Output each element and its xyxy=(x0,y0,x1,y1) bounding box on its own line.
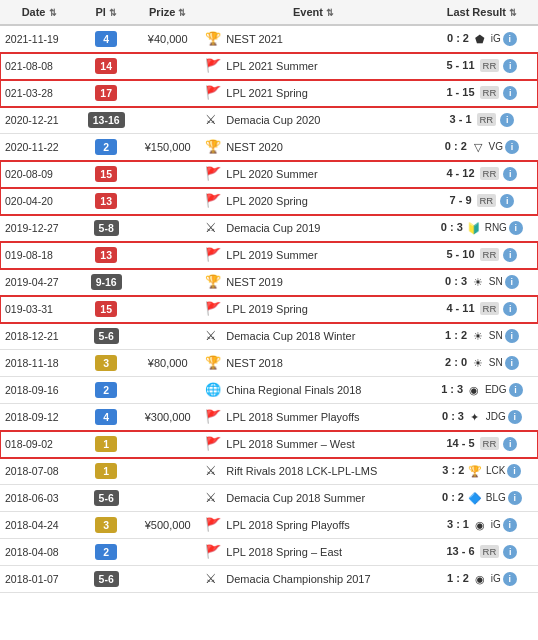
team-logo: 🔰 xyxy=(466,220,482,236)
event-name: Demacia Cup 2018 Summer xyxy=(226,492,365,504)
date-cell: 2018-12-21 xyxy=(0,323,78,350)
info-button[interactable]: i xyxy=(503,59,517,73)
place-cell: 4 xyxy=(78,404,134,431)
last-result-cell: 2 : 0☀ SNi xyxy=(426,350,538,377)
info-button[interactable]: i xyxy=(508,410,522,424)
event-cell: 🌐China Regional Finals 2018 xyxy=(201,377,425,404)
last-result-cell: 0 : 3🔰 RNGi xyxy=(426,215,538,242)
info-button[interactable]: i xyxy=(508,491,522,505)
info-button[interactable]: i xyxy=(505,140,519,154)
info-button[interactable]: i xyxy=(503,572,517,586)
event-name: Rift Rivals 2018 LCK-LPL-LMS xyxy=(226,465,377,477)
team-logo: ◉ xyxy=(472,517,488,533)
place-badge: 3 xyxy=(95,355,117,371)
rr-tag: RR xyxy=(480,167,500,180)
info-button[interactable]: i xyxy=(509,221,523,235)
place-cell: 2 xyxy=(78,539,134,566)
col-event[interactable]: Event ⇅ xyxy=(201,0,425,25)
team-logo: ⬟ xyxy=(472,31,488,47)
info-button[interactable]: i xyxy=(500,113,514,127)
info-button[interactable]: i xyxy=(509,383,523,397)
last-result-cell: 1 : 2◉ iGi xyxy=(426,566,538,593)
last-result-cell: 1 : 2☀ SNi xyxy=(426,323,538,350)
info-button[interactable]: i xyxy=(503,167,517,181)
place-badge: 2 xyxy=(95,382,117,398)
info-button[interactable]: i xyxy=(503,302,517,316)
table-row: 019-08-1813🚩LPL 2019 Summer5 - 10RRi xyxy=(0,242,538,269)
info-button[interactable]: i xyxy=(505,329,519,343)
place-cell: 1 xyxy=(78,458,134,485)
place-badge: 1 xyxy=(95,436,117,452)
event-name: LPL 2018 Spring – East xyxy=(226,546,342,558)
prize-cell xyxy=(134,188,201,215)
event-icon: 🏆 xyxy=(205,273,223,291)
info-button[interactable]: i xyxy=(503,518,517,532)
event-cell: ⚔Demacia Cup 2018 Winter xyxy=(201,323,425,350)
event-icon: 🚩 xyxy=(205,246,223,264)
table-row: 021-08-0814🚩LPL 2021 Summer5 - 11RRi xyxy=(0,53,538,80)
table-row: 2018-07-081⚔Rift Rivals 2018 LCK-LPL-LMS… xyxy=(0,458,538,485)
prize-cell xyxy=(134,215,201,242)
event-name: Demacia Championship 2017 xyxy=(226,573,370,585)
sort-icon: ⇅ xyxy=(178,8,186,18)
rr-tag: RR xyxy=(480,248,500,261)
place-cell: 5-6 xyxy=(78,323,134,350)
date-cell: 2018-11-18 xyxy=(0,350,78,377)
place-badge: 13-16 xyxy=(88,112,125,128)
place-cell: 5-6 xyxy=(78,485,134,512)
place-badge: 5-8 xyxy=(94,220,119,236)
result-score: 0 : 3 xyxy=(445,275,467,287)
result-score: 4 - 12 xyxy=(446,167,474,179)
event-cell: 🚩LPL 2021 Spring xyxy=(201,80,425,107)
result-score: 14 - 5 xyxy=(446,437,474,449)
col-prize[interactable]: Prize ⇅ xyxy=(134,0,201,25)
prize-cell: ¥150,000 xyxy=(134,134,201,161)
event-cell: 🚩LPL 2018 Spring – East xyxy=(201,539,425,566)
last-result-cell: 14 - 5RRi xyxy=(426,431,538,458)
info-button[interactable]: i xyxy=(503,437,517,451)
event-icon: 🏆 xyxy=(205,354,223,372)
place-cell: 1 xyxy=(78,431,134,458)
result-score: 0 : 3 xyxy=(441,221,463,233)
info-button[interactable]: i xyxy=(503,248,517,262)
team-name: VG xyxy=(486,141,503,152)
event-cell: 🚩LPL 2020 Spring xyxy=(201,188,425,215)
team-logo: ◉ xyxy=(466,382,482,398)
date-cell: 019-08-18 xyxy=(0,242,78,269)
col-last-result[interactable]: Last Result ⇅ xyxy=(426,0,538,25)
result-score: 3 - 1 xyxy=(449,113,471,125)
sort-icon: ⇅ xyxy=(49,8,57,18)
info-button[interactable]: i xyxy=(503,545,517,559)
date-cell: 018-09-02 xyxy=(0,431,78,458)
event-name: LPL 2018 Summer – West xyxy=(226,438,354,450)
place-badge: 17 xyxy=(95,85,117,101)
info-button[interactable]: i xyxy=(505,356,519,370)
col-date[interactable]: Date ⇅ xyxy=(0,0,78,25)
info-button[interactable]: i xyxy=(503,32,517,46)
info-button[interactable]: i xyxy=(500,194,514,208)
prize-cell xyxy=(134,296,201,323)
last-result-cell: 0 : 3✦ JDGi xyxy=(426,404,538,431)
date-cell: 020-08-09 xyxy=(0,161,78,188)
info-button[interactable]: i xyxy=(503,86,517,100)
info-button[interactable]: i xyxy=(507,464,521,478)
event-cell: 🚩LPL 2018 Summer – West xyxy=(201,431,425,458)
col-place[interactable]: Pl ⇅ xyxy=(78,0,134,25)
event-name: NEST 2020 xyxy=(226,141,283,153)
table-row: 021-03-2817🚩LPL 2021 Spring1 - 15RRi xyxy=(0,80,538,107)
event-icon: 🚩 xyxy=(205,84,223,102)
event-icon: 🚩 xyxy=(205,192,223,210)
table-row: 2018-11-183¥80,000🏆NEST 20182 : 0☀ SNi xyxy=(0,350,538,377)
place-badge: 14 xyxy=(95,58,117,74)
table-row: 2018-12-215-6⚔Demacia Cup 2018 Winter1 :… xyxy=(0,323,538,350)
event-cell: ⚔Demacia Cup 2019 xyxy=(201,215,425,242)
team-logo: 🏆 xyxy=(467,463,483,479)
prize-cell xyxy=(134,431,201,458)
last-result-cell: 7 - 9RRi xyxy=(426,188,538,215)
result-score: 5 - 11 xyxy=(446,59,474,71)
prize-cell xyxy=(134,539,201,566)
last-result-cell: 4 - 11RRi xyxy=(426,296,538,323)
event-name: LPL 2021 Summer xyxy=(226,60,317,72)
result-score: 5 - 10 xyxy=(446,248,474,260)
info-button[interactable]: i xyxy=(505,275,519,289)
